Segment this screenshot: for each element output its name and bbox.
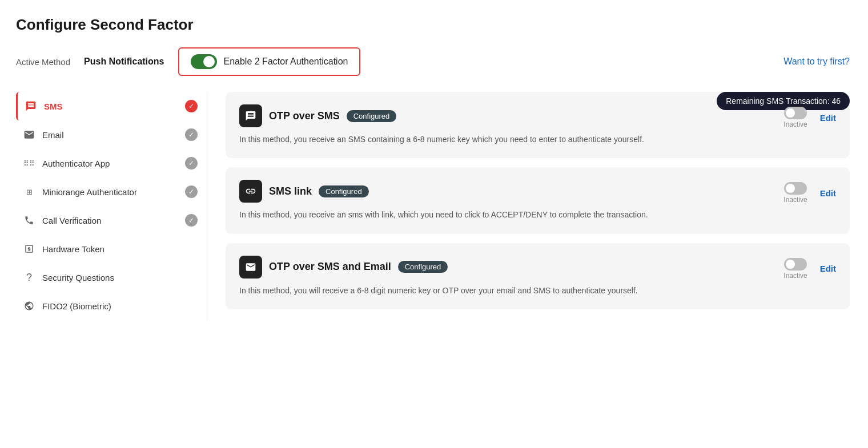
- sidebar-item-call-verification[interactable]: Call Verification ✓: [16, 206, 204, 235]
- otp-sms-edit-button[interactable]: Edit: [820, 113, 836, 123]
- method-card-otp-sms-email: OTP over SMS and Email Configured In thi…: [226, 243, 850, 309]
- sidebar-label-authenticator-app: Authenticator App: [42, 159, 110, 168]
- otp-sms-email-name: OTP over SMS and Email: [269, 261, 391, 273]
- otp-sms-email-icon: [239, 256, 262, 279]
- otp-sms-name: OTP over SMS: [269, 110, 340, 122]
- sidebar-item-hardware-token[interactable]: Hardware Token: [16, 235, 204, 263]
- sidebar-item-security-questions[interactable]: ? Security Questions: [16, 263, 204, 292]
- sidebar-label-call-verification: Call Verification: [42, 216, 101, 225]
- otp-sms-email-edit-button[interactable]: Edit: [820, 264, 836, 273]
- miniorange-check-icon: ✓: [185, 185, 198, 198]
- sidebar-item-miniorange[interactable]: ⊞ Miniorange Authenticator ✓: [16, 177, 204, 206]
- authenticator-app-check-icon: ✓: [185, 157, 198, 169]
- header-bar: Active Method Push Notifications Enable …: [16, 47, 850, 76]
- sms-link-edit-button[interactable]: Edit: [820, 188, 836, 198]
- active-method-label: Active Method: [16, 57, 70, 67]
- sms-icon: [25, 100, 37, 112]
- sms-transaction-badge: Remaining SMS Transaction: 46: [717, 92, 850, 110]
- sidebar-label-hardware-token: Hardware Token: [42, 244, 105, 254]
- sms-link-status: Configured: [319, 185, 369, 197]
- email-icon: [23, 128, 35, 141]
- method-card-sms-link: SMS link Configured In this method, you …: [226, 167, 850, 233]
- sidebar-label-sms: SMS: [44, 102, 63, 111]
- toggle-track: [191, 54, 217, 69]
- email-check-icon: ✓: [185, 128, 198, 141]
- sidebar-label-miniorange: Miniorange Authenticator: [42, 187, 137, 197]
- otp-sms-icon: [239, 104, 262, 127]
- enable-2fa-box[interactable]: Enable 2 Factor Authentication: [178, 47, 361, 76]
- otp-sms-email-description: In this method, you will receive a 6-8 d…: [239, 284, 742, 297]
- enable-2fa-toggle[interactable]: [191, 54, 217, 69]
- sidebar-item-fido2[interactable]: FIDO2 (Biometric): [16, 292, 204, 320]
- sms-link-toggle-label: Inactive: [783, 196, 807, 204]
- otp-sms-toggle[interactable]: [784, 107, 807, 119]
- miniorange-icon: ⊞: [23, 185, 35, 198]
- call-verification-icon: [23, 214, 35, 227]
- main-layout: SMS ✓ Email ✓ ⠿⠿ Authenticator App: [16, 92, 850, 320]
- otp-sms-email-toggle-label: Inactive: [783, 272, 807, 280]
- otp-sms-email-status: Configured: [398, 261, 448, 273]
- sms-link-description: In this method, you receive an sms with …: [239, 208, 742, 221]
- sidebar-item-sms[interactable]: SMS ✓: [16, 92, 204, 120]
- fido2-icon: [23, 300, 35, 312]
- sidebar-label-email: Email: [42, 130, 64, 140]
- sidebar-label-security-questions: Security Questions: [42, 273, 114, 282]
- sms-link-icon: [239, 180, 262, 203]
- toggle-thumb: [203, 56, 215, 67]
- sidebar-item-email[interactable]: Email ✓: [16, 120, 204, 149]
- sms-link-name: SMS link: [269, 185, 312, 197]
- sidebar-item-authenticator-app[interactable]: ⠿⠿ Authenticator App ✓: [16, 149, 204, 177]
- otp-sms-status: Configured: [347, 110, 397, 122]
- want-to-try-link[interactable]: Want to try first?: [783, 56, 850, 67]
- sms-link-toggle[interactable]: [784, 182, 807, 195]
- call-verification-check-icon: ✓: [185, 214, 198, 227]
- sidebar: SMS ✓ Email ✓ ⠿⠿ Authenticator App: [16, 92, 204, 320]
- hardware-token-icon: [23, 243, 35, 255]
- otp-sms-toggle-label: Inactive: [783, 120, 807, 128]
- enable-2fa-label: Enable 2 Factor Authentication: [224, 56, 348, 67]
- authenticator-app-icon: ⠿⠿: [23, 157, 35, 169]
- sms-check-icon: ✓: [185, 100, 198, 112]
- sidebar-label-fido2: FIDO2 (Biometric): [42, 301, 111, 311]
- otp-sms-description: In this method, you receive an SMS conta…: [239, 133, 742, 146]
- page-wrapper: Configure Second Factor Active Method Pu…: [0, 0, 868, 336]
- content-area: Remaining SMS Transaction: 46 OTP over S…: [207, 92, 850, 320]
- otp-sms-email-toggle[interactable]: [784, 258, 807, 271]
- push-notifications-badge: Push Notifications: [84, 56, 164, 67]
- security-questions-icon: ?: [23, 271, 35, 284]
- page-title: Configure Second Factor: [16, 16, 850, 34]
